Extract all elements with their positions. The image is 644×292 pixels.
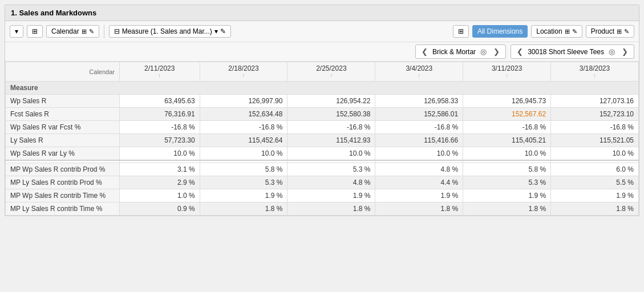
cell-value: 126,954.22 [287,95,375,108]
cell-value: 152,567.62 [463,108,551,121]
section-title: 1. Sales and Markdowns [5,5,639,21]
cell-value: -16.8 % [551,121,639,134]
location-filter-label: Brick & Mortar [432,48,476,56]
cell-value: 10.0 % [120,147,200,161]
product-edit-icon: ✎ [624,28,629,35]
product-filter-chip: ❮ 30018 Short Sleeve Tees ◎ ❯ [511,44,634,59]
col-header-date-1: 2/18/2023 ↑ [200,62,287,82]
row-label: Fcst Sales R [6,108,120,121]
product-next-button[interactable]: ❯ [619,46,630,57]
cell-value: 57,723.30 [120,134,200,147]
collapse-icon: ▾ [15,27,18,35]
row-label: Wp Sales R [6,95,120,108]
cell-value: 1.0 % [120,189,200,202]
cell-value: 152,586.01 [375,108,463,121]
cell-value: 1.8 % [287,202,375,215]
cell-value: 4.4 % [375,176,463,189]
col-header-date-2: 2/25/2023 ↑ [287,62,375,82]
collapse-button[interactable]: ▾ [10,25,23,38]
cell-value: 1.9 % [551,189,639,202]
cell-value: 127,073.16 [551,95,639,108]
row-label: Wp Sales R var Ly % [6,147,120,161]
toolbar-row1: ▾ ⊞ Calendar ⊞ ✎ ⊟ Measure (1. Sales and… [5,21,639,42]
sort-arrow-0: ↑ [124,72,195,79]
cell-value: 6.0 % [551,163,639,176]
row-label: Ly Sales R [6,134,120,147]
col-header-date-5: 3/18/2023 ↑ [551,62,639,82]
table-row: Wp Sales R63,495.63126,997.90126,954.221… [6,95,639,108]
cell-value: 115,521.05 [551,134,639,147]
location-prev-button[interactable]: ❮ [419,46,430,57]
product-prev-button[interactable]: ❮ [515,46,525,57]
cell-value: 10.0 % [551,147,639,161]
view-toggle-button[interactable]: ⊞ [27,25,43,38]
cell-value: 10.0 % [287,147,375,161]
product-filter-label: 30018 Short Sleeve Tees [528,48,604,56]
cell-value: -16.8 % [200,121,287,134]
data-table: Calendar 2/11/2023 ↑ 2/18/2023 ↑ 2/25/20… [5,62,639,216]
table-row: Ly Sales R57,723.30115,452.64115,412.931… [6,134,639,147]
cell-value: 1.9 % [463,189,551,202]
cell-value: 5.3 % [463,176,551,189]
col-header-calendar: Calendar [6,62,120,82]
col-header-date-4: 3/11/2023 ↑ [463,62,551,82]
cell-value: 152,580.38 [287,108,375,121]
cell-value: 5.3 % [287,163,375,176]
sort-arrow-5: ↑ [556,72,634,79]
cell-value: 115,416.66 [375,134,463,147]
cell-value: 4.8 % [287,176,375,189]
cell-value: 4.8 % [375,163,463,176]
cell-value: 1.9 % [375,189,463,202]
table-row: Wp Sales R var Fcst %-16.8 %-16.8 %-16.8… [6,121,639,134]
cell-value: 2.9 % [120,176,200,189]
sort-arrow-3: ↑ [380,72,458,79]
cell-value: 1.8 % [551,202,639,215]
cell-value: 10.0 % [375,147,463,161]
col-header-date-3: 3/4/2023 ↑ [375,62,463,82]
location-edit-icon: ✎ [572,28,577,35]
location-button[interactable]: Location ⊞ ✎ [531,25,582,38]
cell-value: 126,997.90 [200,95,287,108]
toolbar-row2: ❮ Brick & Mortar ◎ ❯ ❮ 30018 Short Sleev… [5,42,639,62]
toolbar-divider [104,25,104,38]
cell-value: -16.8 % [287,121,375,134]
cell-value: 76,316.91 [120,108,200,121]
cell-value: 1.8 % [200,202,287,215]
row-label: MP Ly Sales R contrib Time % [6,202,120,215]
table-row: MP Ly Sales R contrib Time %0.9 %1.8 %1.… [6,202,639,215]
cell-value: 5.5 % [551,176,639,189]
cell-value: 10.0 % [463,147,551,161]
cell-value: 1.8 % [375,202,463,215]
product-button[interactable]: Product ⊞ ✎ [586,25,634,38]
table-row: Wp Sales R var Ly %10.0 %10.0 %10.0 %10.… [6,147,639,161]
location-filter-chip: ❮ Brick & Mortar ◎ ❯ [415,44,506,59]
cell-value: 1.9 % [200,189,287,202]
data-table-wrapper: Calendar 2/11/2023 ↑ 2/18/2023 ↑ 2/25/20… [5,62,639,216]
cell-value: 126,958.33 [375,95,463,108]
all-dimensions-button[interactable]: All Dimensions [472,25,528,38]
cell-value: -16.8 % [120,121,200,134]
product-target-button[interactable]: ◎ [606,46,617,57]
cell-value: 152,634.48 [200,108,287,121]
pivot-icon-button[interactable]: ⊞ [453,25,469,38]
row-label: Wp Sales R var Fcst % [6,121,120,134]
sort-arrow-2: ↑ [292,72,370,79]
location-target-button[interactable]: ◎ [478,46,489,57]
table-row: MP Wp Sales R contrib Time %1.0 %1.9 %1.… [6,189,639,202]
table-row: MP Wp Sales R contrib Prod %3.1 %5.8 %5.… [6,163,639,176]
cell-value: 5.3 % [200,176,287,189]
edit-icon: ✎ [89,28,94,35]
cell-value: 152,723.10 [551,108,639,121]
calendar-button[interactable]: Calendar ⊞ ✎ [46,25,99,38]
cell-value: 1.8 % [463,202,551,215]
hierarchy-icon: ⊞ [82,28,87,35]
location-hierarchy-icon: ⊞ [565,28,570,35]
cell-value: 115,452.64 [200,134,287,147]
cell-value: 10.0 % [200,147,287,161]
table-row: MP Ly Sales R contrib Prod %2.9 %5.3 %4.… [6,176,639,189]
cell-value: 0.9 % [120,202,200,215]
cell-value: 115,405.21 [463,134,551,147]
cell-value: 1.9 % [287,189,375,202]
measure-dropdown[interactable]: ⊟ Measure (1. Sales and Mar...) ▾ ✎ [109,25,231,38]
location-next-button[interactable]: ❯ [491,46,502,57]
